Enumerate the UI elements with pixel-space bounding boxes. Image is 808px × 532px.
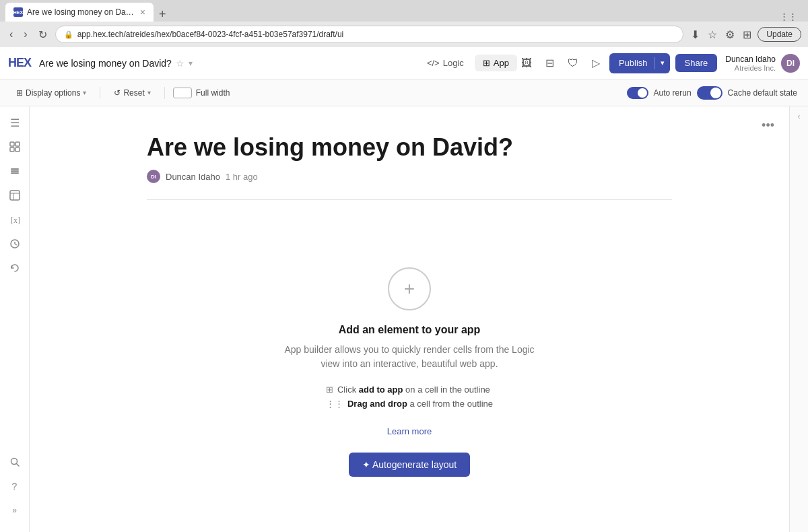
browser-tab[interactable]: HEX Are we losing money on David... × bbox=[5, 3, 154, 22]
sidebar-item-formula[interactable]: [x] bbox=[4, 209, 26, 230]
tab-favicon: HEX bbox=[13, 7, 23, 17]
logic-icon: </> bbox=[427, 58, 440, 68]
svg-rect-0 bbox=[10, 142, 14, 146]
toolbar: ⊞ Display options ▾ ↺ Reset ▾ Full width… bbox=[0, 79, 808, 106]
download-icon[interactable]: ⬇ bbox=[689, 26, 702, 43]
empty-state-description: App builder allows you to quickly render… bbox=[275, 343, 544, 371]
avatar[interactable]: DI bbox=[781, 54, 800, 73]
sidebar-item-layers[interactable] bbox=[4, 160, 26, 182]
header-right: 🖼 ⊟ 🛡 ▷ Publish ▾ Share Duncan Idaho Atr… bbox=[517, 53, 800, 73]
reload-button[interactable]: ↻ bbox=[36, 27, 50, 42]
sidebar-item-search[interactable] bbox=[4, 451, 26, 473]
full-width-toggle[interactable]: Full width bbox=[173, 88, 230, 98]
instruction1-text: Click add to app on a cell in the outlin… bbox=[337, 385, 490, 395]
svg-rect-5 bbox=[11, 170, 19, 172]
sidebar-item-menu[interactable]: ☰ bbox=[4, 112, 26, 133]
full-width-checkbox[interactable] bbox=[173, 88, 192, 98]
publish-label: Publish bbox=[619, 58, 648, 68]
svg-rect-3 bbox=[15, 147, 20, 152]
search-icon bbox=[9, 457, 20, 467]
browser-chrome: HEX Are we losing money on David... × + … bbox=[0, 0, 808, 47]
publish-caret-icon[interactable]: ▾ bbox=[659, 59, 670, 67]
back-button[interactable]: ‹ bbox=[7, 27, 15, 42]
autogenerate-button[interactable]: ✦ Autogenerate layout bbox=[349, 453, 470, 477]
display-options-label: Display options bbox=[26, 88, 80, 98]
svg-line-13 bbox=[15, 244, 17, 245]
instr2-prefix: Drag and drop bbox=[347, 399, 407, 409]
tab-title: Are we losing money on David... bbox=[27, 7, 136, 17]
empty-state: + Add an element to your app App builder… bbox=[147, 227, 672, 517]
reset-chevron: ▾ bbox=[147, 89, 151, 96]
profile-icon[interactable]: ⊞ bbox=[741, 26, 753, 43]
forward-button[interactable]: › bbox=[21, 27, 30, 42]
display-options-chevron: ▾ bbox=[83, 89, 86, 96]
learn-more-link[interactable]: Learn more bbox=[387, 426, 432, 436]
right-panel-toggle[interactable]: ‹ bbox=[795, 109, 803, 124]
tab-logic[interactable]: </> Logic bbox=[419, 55, 472, 71]
present-icon[interactable]: ▷ bbox=[588, 54, 604, 72]
sidebar-item-clock[interactable] bbox=[4, 233, 26, 255]
sidebar-item-history[interactable] bbox=[4, 257, 26, 279]
shield-icon[interactable]: 🛡 bbox=[564, 55, 582, 72]
full-width-label: Full width bbox=[196, 88, 230, 98]
instruction2-text: Drag and drop a cell from the outline bbox=[347, 399, 493, 409]
tab-app[interactable]: ⊞ App bbox=[475, 55, 517, 71]
app-header: HEX Are we losing money on David? ☆ ▾ </… bbox=[0, 47, 808, 79]
doc-title-area: Are we losing money on David? ☆ ▾ bbox=[39, 58, 419, 69]
app-icon: ⊞ bbox=[483, 58, 490, 68]
doc-timestamp: 1 hr ago bbox=[226, 172, 258, 182]
instruction2-icon: ⋮⋮ bbox=[326, 399, 343, 409]
cache-knob bbox=[710, 88, 721, 98]
doc-divider bbox=[147, 199, 672, 200]
update-button[interactable]: Update bbox=[758, 27, 801, 42]
doc-main-title: Are we losing money on David? bbox=[147, 133, 672, 162]
browser-menu-icon[interactable]: ⋮⋮ bbox=[774, 11, 803, 22]
sidebar-item-expand[interactable]: » bbox=[4, 500, 26, 521]
tab-app-label: App bbox=[494, 58, 509, 68]
new-tab-button[interactable]: + bbox=[154, 7, 172, 22]
bookmark-icon[interactable]: ☆ bbox=[706, 26, 719, 43]
cache-toggle[interactable] bbox=[697, 86, 722, 100]
instr1-prefix: Click bbox=[337, 385, 359, 395]
reset-icon: ↺ bbox=[114, 88, 121, 98]
address-text: app.hex.tech/atreides/hex/b0acef84-0023-… bbox=[77, 30, 344, 39]
share-button[interactable]: Share bbox=[675, 54, 718, 72]
right-panel: ‹ bbox=[789, 106, 808, 532]
auto-rerun-label: Auto rerun bbox=[654, 88, 692, 98]
favorite-icon[interactable]: ☆ bbox=[176, 58, 184, 69]
layout-icon[interactable]: ⊟ bbox=[541, 54, 558, 72]
title-dropdown-icon[interactable]: ▾ bbox=[189, 59, 193, 68]
doc-title: Are we losing money on David? bbox=[39, 58, 172, 69]
auto-rerun-toggle[interactable] bbox=[627, 87, 648, 99]
address-bar[interactable]: 🔒 app.hex.tech/atreides/hex/b0acef84-002… bbox=[55, 26, 684, 43]
instruction1-icon: ⊞ bbox=[326, 385, 333, 395]
more-options-button[interactable]: ••• bbox=[758, 117, 778, 134]
svg-line-15 bbox=[16, 464, 19, 467]
content-area: ••• Are we losing money on David? DI Dun… bbox=[30, 106, 789, 532]
image-icon[interactable]: 🖼 bbox=[517, 55, 536, 72]
reset-button[interactable]: ↺ Reset ▾ bbox=[108, 86, 156, 100]
instr2-suffix: a cell from the outline bbox=[407, 399, 493, 409]
extensions-icon[interactable]: ⚙ bbox=[723, 26, 737, 43]
sidebar-item-help[interactable]: ? bbox=[4, 475, 26, 497]
display-options-button[interactable]: ⊞ Display options ▾ bbox=[11, 86, 92, 100]
hex-logo[interactable]: HEX bbox=[8, 56, 31, 70]
tab-logic-label: Logic bbox=[443, 58, 464, 68]
table-icon bbox=[9, 190, 20, 201]
formula-icon: [x] bbox=[9, 214, 20, 225]
sidebar-item-grid[interactable] bbox=[4, 136, 26, 158]
auto-rerun-knob bbox=[638, 88, 647, 98]
clock-icon bbox=[9, 238, 20, 249]
history-icon bbox=[9, 263, 20, 273]
header-nav: </> Logic ⊞ App bbox=[419, 55, 517, 71]
sidebar-item-table[interactable] bbox=[4, 185, 26, 206]
svg-rect-2 bbox=[10, 147, 14, 152]
publish-button[interactable]: Publish ▾ bbox=[609, 53, 670, 73]
svg-rect-7 bbox=[10, 191, 20, 200]
add-element-button[interactable]: + bbox=[388, 267, 431, 310]
author-name: Duncan Idaho bbox=[166, 172, 220, 182]
author-avatar: DI bbox=[147, 170, 160, 183]
grid-view-icon bbox=[9, 141, 20, 152]
tab-close-icon[interactable]: × bbox=[140, 7, 145, 18]
user-name: Duncan Idaho bbox=[725, 55, 776, 64]
